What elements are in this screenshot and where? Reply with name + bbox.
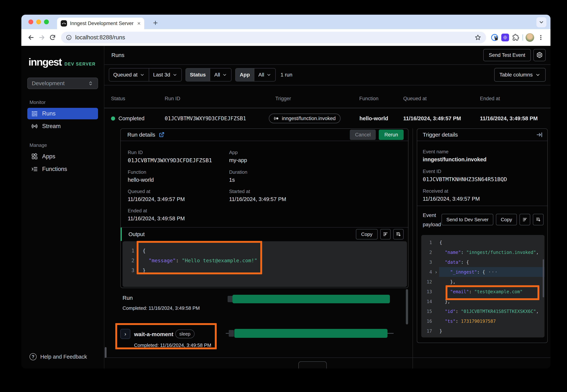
ended-at-cell: 11/16/2024, 3:49:58 PM xyxy=(480,115,538,122)
bookmark-star-icon[interactable] xyxy=(475,34,481,41)
fold-chevron-icon[interactable]: › xyxy=(435,269,438,275)
browser-menu-kebab-icon[interactable] xyxy=(537,33,545,42)
browser-extension-icon[interactable] xyxy=(501,34,509,42)
browser-toolbar: localhost:8288/runs xyxy=(21,29,551,46)
tab-search-chevron-icon[interactable] xyxy=(536,17,546,27)
settings-gear-button[interactable] xyxy=(533,49,546,61)
table-columns-label: Table columns xyxy=(499,72,533,78)
run-table-row[interactable]: Completed 01JCVBTMV3WXY9D3CFDEJFZSB1 inn… xyxy=(104,108,551,129)
browser-tab[interactable]: Inngest Development Server × xyxy=(57,18,144,29)
apps-grid-icon xyxy=(31,153,38,160)
main-content: Runs Send Test Event Queued at Last 3d xyxy=(104,46,551,368)
field-event-id: Event ID 01JCVBTMTKNHNHZ3SN64R51BQD xyxy=(423,168,507,182)
profile-avatar[interactable] xyxy=(525,33,534,42)
code-line: 13 "email": "test@example.com" xyxy=(421,287,545,297)
close-window-button[interactable] xyxy=(28,19,33,24)
runs-table-header: Status Run ID Trigger Function Queued at… xyxy=(104,85,551,108)
new-tab-button[interactable]: + xyxy=(151,18,160,28)
environment-select[interactable]: Development xyxy=(27,78,98,89)
extensions-puzzle-icon[interactable] xyxy=(512,33,520,42)
chevron-down-icon xyxy=(266,72,271,77)
word-wrap-button[interactable] xyxy=(380,229,391,239)
payload-expand-rows-button[interactable] xyxy=(533,214,544,225)
send-test-event-button[interactable]: Send Test Event xyxy=(483,49,531,61)
forward-icon[interactable] xyxy=(38,33,46,42)
event-payload-code[interactable]: 1{2 "name": "inngest/function.invoked",3… xyxy=(421,235,545,337)
function-cell: hello-world xyxy=(359,115,388,122)
reload-icon[interactable] xyxy=(48,33,57,42)
rerun-button[interactable]: Rerun xyxy=(379,129,404,140)
payload-word-wrap-button[interactable] xyxy=(520,214,530,225)
event-payload-title-line1: Event xyxy=(423,212,436,218)
address-bar[interactable]: localhost:8288/runs xyxy=(61,32,486,43)
minimize-window-button[interactable] xyxy=(36,19,41,24)
cutoff-bottom-button[interactable] xyxy=(298,361,327,368)
collapse-panel-icon[interactable] xyxy=(536,131,543,138)
field-app: App my-app xyxy=(229,150,247,163)
status-filter-group: Status All xyxy=(185,68,232,82)
event-payload-title-line2: payload xyxy=(423,222,441,227)
field-duration: Duration 1s xyxy=(229,169,247,183)
maximize-window-button[interactable] xyxy=(44,19,49,24)
table-columns-button[interactable]: Table columns xyxy=(494,68,546,82)
col-function: Function xyxy=(359,96,379,101)
step-completed: Completed: 11/16/2024, 3:49:58 PM xyxy=(134,342,211,348)
time-range-filter[interactable]: Last 3d xyxy=(149,69,181,81)
app-link[interactable]: my-app xyxy=(229,157,247,163)
url-text[interactable]: localhost:8288/runs xyxy=(75,34,471,41)
queued-at-filter[interactable]: Queued at xyxy=(109,69,149,81)
send-to-dev-server-button[interactable]: Send to Dev Server xyxy=(441,214,493,225)
external-link-icon[interactable] xyxy=(158,132,165,138)
browser-window: Inngest Development Server × + localhost… xyxy=(21,15,551,368)
run-duration-bar[interactable] xyxy=(232,295,390,303)
queued-at-cell: 11/16/2024, 3:49:57 PM xyxy=(403,115,461,122)
inngest-favicon-icon xyxy=(61,20,67,27)
output-title: Output xyxy=(128,231,145,238)
copy-payload-button[interactable]: Copy xyxy=(496,214,517,225)
expand-rows-button[interactable] xyxy=(393,229,404,239)
app-filter-group: App All xyxy=(235,68,276,82)
trigger-name: inngest/function.invoked xyxy=(282,116,336,121)
sidebar-scrollbar[interactable] xyxy=(105,347,107,358)
pane-divider xyxy=(412,128,413,368)
code-line: 16 "ts": 1731790197587 xyxy=(421,316,545,326)
app-filter-value[interactable]: All xyxy=(254,69,275,81)
help-and-feedback[interactable]: ? Help and Feedback xyxy=(27,353,98,360)
runs-list-icon xyxy=(31,110,38,117)
step-duration-bar[interactable] xyxy=(234,329,387,338)
cancel-button[interactable]: Cancel xyxy=(350,129,376,140)
trigger-details-panel: Trigger details Event name inngest/funct… xyxy=(417,128,548,343)
status-filter-value[interactable]: All xyxy=(210,69,231,81)
step-bar-lead-line xyxy=(226,333,229,334)
tab-close-icon[interactable]: × xyxy=(137,21,141,26)
app-value: All xyxy=(258,72,264,78)
function-link[interactable]: hello-world xyxy=(128,177,154,183)
sidebar-item-apps[interactable]: Apps xyxy=(27,151,98,162)
field-started-at: Started at 11/16/2024, 3:49:57 PM xyxy=(229,189,286,202)
chevron-down-icon xyxy=(222,72,227,77)
left-pane-scrollbar[interactable] xyxy=(406,289,408,324)
sidebar-item-stream[interactable]: Stream xyxy=(27,120,98,132)
col-status: Status xyxy=(111,96,125,101)
toolbar-separator xyxy=(523,34,523,41)
trigger-details-title: Trigger details xyxy=(423,132,458,138)
trigger-badge[interactable]: inngest/function.invoked xyxy=(269,113,340,123)
output-code[interactable]: 1{2 "message": "Hello test@example.com!"… xyxy=(123,241,407,287)
expand-step-button[interactable]: › xyxy=(120,329,130,339)
page-title: Runs xyxy=(111,52,124,58)
copy-output-button[interactable]: Copy xyxy=(356,229,378,239)
trigger-cell: inngest/function.invoked xyxy=(269,113,340,123)
sidebar-item-functions[interactable]: Functions xyxy=(27,163,98,175)
col-trigger: Trigger xyxy=(275,96,291,101)
sidebar-item-runs[interactable]: Runs xyxy=(27,108,98,119)
monitor-section-label: Monitor xyxy=(27,99,98,105)
site-info-icon[interactable] xyxy=(66,35,72,41)
col-queued-at: Queued at xyxy=(403,96,427,101)
sidebar-item-label: Stream xyxy=(42,123,61,129)
password-manager-extension-icon[interactable] xyxy=(491,33,499,42)
field-function: Function hello-world xyxy=(128,169,154,183)
back-icon[interactable] xyxy=(27,33,35,42)
payload-scrollbar[interactable] xyxy=(543,259,544,297)
time-filter-group: Queued at Last 3d xyxy=(109,68,182,82)
event-broadcast-icon xyxy=(274,116,279,121)
